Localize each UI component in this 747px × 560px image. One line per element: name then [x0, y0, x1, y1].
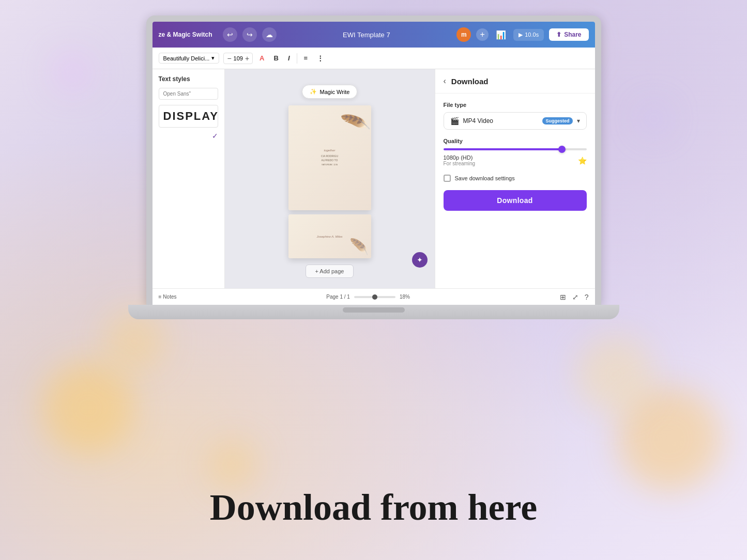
quality-section: Quality 1080p (HD) For streaming — [444, 138, 587, 166]
bokeh-1 — [41, 362, 134, 455]
app-name: ze & Magic Switch — [159, 31, 212, 38]
analytics-icon[interactable]: 📊 — [494, 28, 508, 42]
download-panel: ‹ Download File type 🎬 MP4 Video Suggest… — [435, 69, 595, 288]
share-button[interactable]: ⬆ Share — [549, 28, 588, 41]
font-family-select[interactable]: Beautifully Delici... ▾ — [159, 53, 220, 64]
card-inner-2: Josephine A. Miles 🪶 — [288, 214, 371, 258]
sidebar-title: Text styles — [159, 75, 218, 83]
bottom-text: Download from here — [210, 486, 537, 529]
save-settings: Save download settings — [444, 175, 587, 182]
status-bar: ≡ Notes Page 1 / 1 18% ⊞ ⤢ ? — [153, 288, 595, 305]
share-icon: ⬆ — [556, 31, 561, 38]
laptop-screen: ze & Magic Switch ↩ ↪ ☁ EWI Template 7 m… — [146, 15, 601, 305]
share-label: Share — [564, 31, 581, 38]
magic-icon-button[interactable]: ✦ — [412, 252, 428, 268]
style-display: DISPLAY — [159, 105, 218, 128]
page-slider[interactable] — [354, 296, 395, 298]
magic-write-icon: ✨ — [310, 88, 317, 95]
italic-button[interactable]: I — [285, 53, 293, 63]
font-size-value: 109 — [234, 55, 243, 61]
panel-body: File type 🎬 MP4 Video Suggested ▾ Qualit… — [435, 94, 595, 288]
add-page-button[interactable]: + Add page — [306, 265, 354, 278]
bokeh-3 — [618, 387, 721, 491]
time-button[interactable]: ▶ 10.0s — [513, 29, 544, 41]
editor-title: EWI Template 7 — [282, 31, 452, 39]
toolbar: Beautifully Delici... ▾ − 109 + A B I ≡ … — [153, 48, 595, 69]
quality-info-icon: ⭐ — [578, 157, 587, 165]
plus-button[interactable]: + — [476, 28, 489, 41]
main-area: Text styles DISPLAY ✓ ✨ Magic Write tog — [153, 69, 595, 288]
save-settings-checkbox[interactable] — [444, 175, 451, 182]
more-options-button[interactable]: ⋮ — [314, 53, 326, 63]
top-bar: ze & Magic Switch ↩ ↪ ☁ EWI Template 7 m… — [153, 22, 595, 48]
save-settings-label: Save download settings — [455, 175, 515, 181]
help-button[interactable]: ? — [585, 293, 589, 301]
font-search-input[interactable] — [159, 88, 218, 100]
fullscreen-button[interactable]: ⤢ — [572, 293, 578, 301]
notes-icon: ≡ — [159, 294, 162, 300]
bokeh-6 — [52, 52, 93, 93]
text-color-button[interactable]: A — [257, 53, 267, 63]
avatar[interactable]: m — [456, 27, 471, 42]
magic-write-button[interactable]: ✨ Magic Write — [302, 85, 358, 99]
quality-track — [444, 148, 587, 150]
notes-button[interactable]: ≡ Notes — [159, 294, 177, 300]
quality-info: 1080p (HD) For streaming ⭐ — [444, 154, 587, 166]
quality-thumb — [558, 146, 566, 153]
canvas-area: ✨ Magic Write together CIA RODRIGUALFRED… — [225, 69, 435, 288]
back-button[interactable]: ‹ — [444, 76, 446, 86]
left-sidebar: Text styles DISPLAY ✓ — [153, 69, 225, 288]
file-type-value: MP4 Video — [463, 117, 539, 125]
quality-label: Quality — [444, 138, 587, 144]
font-decrease-button[interactable]: − — [227, 54, 231, 63]
feather-decoration: 🪶 — [339, 107, 371, 138]
download-button[interactable]: Download — [444, 190, 587, 211]
magic-write-label: Magic Write — [320, 89, 350, 95]
align-button[interactable]: ≡ — [301, 53, 311, 63]
time-label: 10.0s — [525, 32, 539, 38]
font-chevron-icon: ▾ — [211, 55, 215, 61]
bokeh-4 — [576, 336, 654, 413]
quality-value: 1080p (HD) — [444, 154, 476, 161]
bold-button[interactable]: B — [271, 53, 281, 63]
panel-title: Download — [451, 77, 489, 86]
page-slider-thumb — [372, 294, 377, 300]
bokeh-2 — [103, 310, 165, 372]
status-bar-center: Page 1 / 1 18% — [182, 294, 553, 300]
font-increase-button[interactable]: + — [245, 54, 249, 63]
file-type-select[interactable]: 🎬 MP4 Video Suggested ▾ — [444, 112, 587, 130]
laptop-base — [128, 305, 619, 319]
card-inner-1: together CIA RODRIGUALFREDO TO SATURDAY,… — [288, 105, 371, 210]
zoom-level: 18% — [400, 294, 410, 300]
font-family-value: Beautifully Delici... — [163, 55, 210, 61]
quality-sub: For streaming — [444, 161, 476, 166]
bokeh-7 — [638, 103, 669, 134]
quality-slider-container[interactable] — [444, 148, 587, 150]
file-type-chevron-icon: ▾ — [577, 117, 580, 125]
play-icon: ▶ — [519, 32, 523, 38]
undo-button[interactable]: ↩ — [223, 27, 237, 42]
canvas-card-1: together CIA RODRIGUALFREDO TO SATURDAY,… — [288, 105, 371, 210]
cloud-button[interactable]: ☁ — [262, 27, 277, 42]
selected-check-icon: ✓ — [159, 132, 218, 140]
grid-view-button[interactable]: ⊞ — [560, 293, 566, 301]
panel-header: ‹ Download — [435, 69, 595, 94]
video-icon: 🎬 — [450, 117, 459, 125]
font-size-control: − 109 + — [223, 53, 253, 64]
file-type-label: File type — [444, 102, 587, 108]
suggested-badge: Suggested — [542, 117, 572, 125]
bokeh-5 — [207, 439, 258, 491]
toolbar-separator — [297, 53, 297, 64]
redo-button[interactable]: ↪ — [242, 27, 257, 42]
page-indicator: Page 1 / 1 — [326, 294, 350, 300]
laptop-wrapper: ze & Magic Switch ↩ ↪ ☁ EWI Template 7 m… — [128, 15, 619, 319]
notes-label: Notes — [163, 294, 176, 300]
canvas-card-2: Josephine A. Miles 🪶 — [288, 214, 371, 258]
canva-editor: ze & Magic Switch ↩ ↪ ☁ EWI Template 7 m… — [153, 22, 595, 305]
